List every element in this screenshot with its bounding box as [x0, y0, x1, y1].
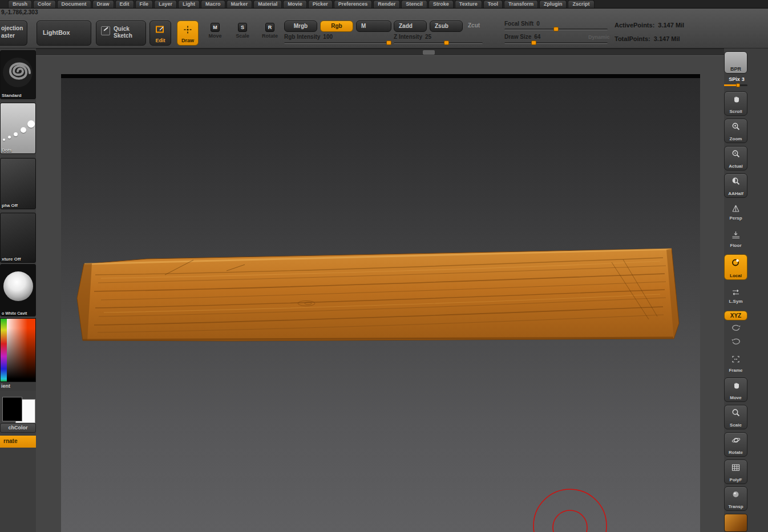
menu-edit[interactable]: Edit [115, 0, 134, 8]
brush-cursor [61, 74, 700, 532]
menu-zscript[interactable]: Zscript [568, 0, 594, 8]
orbit-icon [731, 436, 741, 445]
menu-tool[interactable]: Tool [483, 0, 503, 8]
menu-document[interactable]: Document [57, 0, 91, 8]
menu-stroke[interactable]: Stroke [429, 0, 454, 8]
menu-light[interactable]: Light [178, 0, 200, 8]
m-button[interactable]: M [356, 21, 391, 32]
menu-stencil[interactable]: Stencil [401, 0, 427, 8]
hue-strip[interactable] [1, 319, 7, 381]
projection-master-line2: aster [1, 32, 27, 39]
menu-zplugin[interactable]: Zplugin [539, 0, 567, 8]
spix-slider[interactable] [724, 84, 747, 86]
spix-readout: SPix3 [724, 76, 747, 82]
menu-file[interactable]: File [135, 0, 153, 8]
switch-color-button[interactable]: chColor [0, 423, 36, 433]
local-button[interactable]: Local [724, 254, 747, 280]
rotate-axis-button-2[interactable] [724, 336, 747, 349]
transp-label: Transp [725, 504, 747, 509]
zsub-button[interactable]: Zsub [430, 21, 463, 32]
scale-view-button[interactable]: Scale [724, 405, 747, 429]
menu-color[interactable]: Color [33, 0, 56, 8]
main-color-swatch[interactable] [2, 397, 22, 421]
saturation-value-square[interactable] [7, 319, 36, 381]
scale-mode-button[interactable]: S Scale [232, 21, 253, 46]
material-preview-partial[interactable] [724, 514, 747, 532]
zadd-button[interactable]: Zadd [394, 21, 427, 32]
z-intensity-value: 25 [425, 34, 431, 40]
current-brush-thumbnail[interactable]: Standard [0, 50, 36, 99]
bpr-label: BPR [725, 66, 747, 72]
menu-marker[interactable]: Marker [227, 0, 253, 8]
lightbox-button[interactable]: LightBox [37, 21, 91, 46]
top-shelf: 9,-1.786,2.303 ojection aster LightBox Q… [0, 9, 768, 48]
lsym-button[interactable]: L.Sym [724, 285, 747, 306]
left-tool-panel: Standard Dots pha Off xture Off o White … [0, 48, 36, 532]
menu-layer[interactable]: Layer [154, 0, 177, 8]
brush-name-label: Standard [1, 93, 23, 98]
menu-brush[interactable]: Brush [8, 0, 32, 8]
material-thumbnail[interactable]: o White Cavit [0, 264, 36, 316]
rgb-button[interactable]: Rgb [320, 21, 353, 32]
projection-master-button[interactable]: ojection aster [0, 21, 27, 46]
bpr-button[interactable]: BPR [724, 51, 747, 74]
floor-button[interactable]: Floor [724, 227, 747, 250]
rotate-mode-button[interactable]: R Rotate [260, 21, 280, 46]
move-mode-button[interactable]: M Move [205, 21, 225, 46]
zoom-button[interactable]: Zoom [724, 119, 747, 143]
menu-transform[interactable]: Transform [504, 0, 538, 8]
menu-preferences[interactable]: Preferences [334, 0, 373, 8]
mrgb-button[interactable]: Mrgb [284, 21, 317, 32]
magnifier-half-icon [731, 177, 741, 186]
menu-render[interactable]: Render [373, 0, 400, 8]
color-picker[interactable] [0, 318, 36, 382]
menu-material[interactable]: Material [253, 0, 282, 8]
alpha-thumbnail[interactable]: pha Off [0, 158, 36, 209]
menu-macro[interactable]: Macro [201, 0, 225, 8]
menu-draw[interactable]: Draw [92, 0, 114, 8]
texture-thumbnail[interactable]: xture Off [0, 213, 36, 263]
rgb-intensity-handle[interactable] [386, 40, 391, 45]
rgb-intensity-slider[interactable] [284, 42, 391, 44]
rotate-axis-button-1[interactable] [724, 323, 747, 335]
z-intensity-handle[interactable] [444, 40, 449, 45]
scroll-button[interactable]: Scroll [724, 91, 747, 116]
frame-button[interactable]: Frame [724, 351, 747, 375]
quick-sketch-icon [101, 26, 110, 35]
xyz-button[interactable]: XYZ [724, 311, 747, 320]
alternate-button[interactable]: rnate [0, 436, 36, 448]
active-points-readout: ActivePoints:3.147 Mil [615, 22, 688, 29]
floor-label: Floor [725, 243, 747, 248]
menu-picker[interactable]: Picker [308, 0, 333, 8]
zcut-button[interactable]: Zcut [468, 22, 480, 29]
z-intensity-slider[interactable] [394, 42, 483, 44]
polyf-button[interactable]: PolyF [724, 460, 747, 484]
edit-mode-button[interactable]: Edit [149, 21, 171, 46]
menu-movie[interactable]: Movie [283, 0, 307, 8]
rotate-view-button[interactable]: Rotate [724, 432, 747, 457]
divider-drag-handle[interactable] [423, 50, 435, 55]
focal-shift-slider[interactable] [504, 29, 608, 30]
spix-slider-handle[interactable] [736, 83, 740, 87]
aahalf-button[interactable]: AAHalf [724, 173, 747, 198]
dynamic-toggle[interactable]: Dynamic [588, 34, 610, 40]
quick-sketch-button[interactable]: Quick Sketch [96, 21, 146, 46]
move-view-button[interactable]: Move [724, 377, 747, 402]
polyframe-grid-icon [731, 463, 741, 472]
active-points-value: 3.147 Mil [658, 22, 684, 29]
texture-label: xture Off [1, 257, 22, 262]
gradient-toggle[interactable]: ient [0, 382, 36, 391]
draw-mode-button[interactable]: Draw [177, 21, 199, 46]
actual-button[interactable]: Actual [724, 146, 747, 170]
draw-size-handle[interactable] [531, 40, 536, 45]
persp-button[interactable]: Persp [724, 201, 747, 222]
document-canvas[interactable] [61, 74, 700, 532]
draw-size-label: Draw Size64 [504, 34, 540, 40]
stroke-thumbnail[interactable]: Dots [0, 103, 36, 154]
focal-shift-handle[interactable] [553, 27, 559, 31]
hand-icon [731, 95, 741, 104]
draw-size-slider[interactable] [504, 42, 608, 44]
active-points-label: ActivePoints: [615, 22, 654, 29]
transp-button[interactable]: Transp [724, 486, 747, 511]
menu-texture[interactable]: Texture [455, 0, 482, 8]
